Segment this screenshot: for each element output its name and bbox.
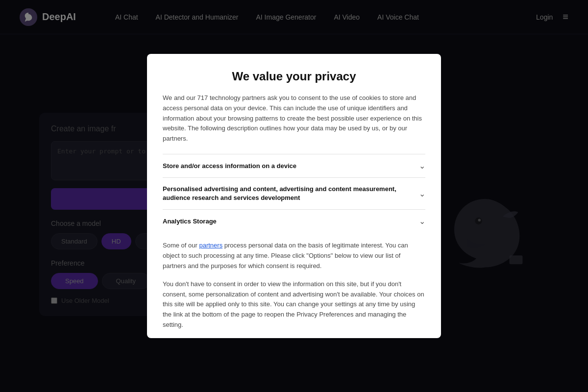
consent-section-1[interactable]: Store and/or access information on a dev… [163,154,425,177]
consent-section-3[interactable]: Analytics Storage ⌄ [163,209,425,233]
consent-section-3-label: Analytics Storage [163,218,217,225]
chevron-down-icon-2: ⌄ [419,189,425,198]
no-consent-text: You don't have to consent in order to vi… [163,279,425,338]
consent-section-2-label: Personalised advertising and content, ad… [163,185,417,202]
consent-section-1-label: Store and/or access information on a dev… [163,162,296,170]
consent-section-2[interactable]: Personalised advertising and content, ad… [163,177,425,209]
privacy-modal: We value your privacy We and our 717 tec… [147,54,441,338]
chevron-down-icon-3: ⌄ [419,217,425,226]
legitimate-interest-text: Some of our partners process personal da… [163,233,425,279]
modal-title: We value your privacy [163,70,425,83]
modal-description: We and our 717 technology partners ask y… [163,93,425,144]
chevron-down-icon-1: ⌄ [419,161,425,171]
partners-link[interactable]: partners [199,242,222,249]
